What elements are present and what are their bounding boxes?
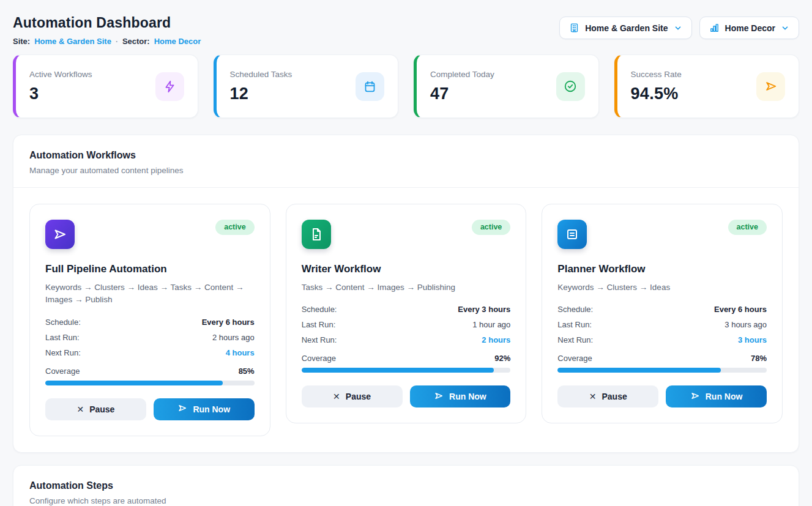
coverage-value: 85%	[239, 366, 255, 376]
workflows-section: Automation Workflows Manage your automat…	[13, 135, 799, 453]
workflows-section-header: Automation Workflows Manage your automat…	[13, 135, 799, 188]
coverage-value: 78%	[751, 354, 767, 363]
stat-card-scheduled-tasks: Scheduled Tasks 12	[214, 54, 399, 118]
schedule-label: Schedule:	[557, 305, 593, 314]
building-icon	[569, 23, 579, 33]
steps-section-header: Automation Steps Configure which steps a…	[13, 466, 799, 506]
site-label: Site:	[13, 37, 30, 46]
stat-label: Success Rate	[631, 70, 682, 79]
stat-label: Active Workflows	[29, 70, 92, 79]
send-icon	[434, 391, 444, 403]
sector-label: Sector:	[122, 37, 150, 46]
send-icon	[756, 72, 785, 101]
next-run-value: 4 hours	[226, 348, 255, 357]
last-run-label: Last Run:	[302, 320, 336, 329]
coverage-label: Coverage	[557, 354, 592, 363]
stat-label: Scheduled Tasks	[230, 70, 292, 79]
site-link[interactable]: Home & Garden Site	[34, 37, 111, 46]
sector-dropdown[interactable]: Home Decor	[699, 17, 799, 39]
stat-card-success-rate: Success Rate 94.5%	[614, 54, 800, 118]
workflow-description: Keywords → Clusters → Ideas	[557, 281, 767, 294]
workflow-title: Full Pipeline Automation	[45, 263, 255, 275]
pause-button[interactable]: ✕ Pause	[45, 398, 146, 420]
coverage-progress-fill	[45, 381, 223, 385]
run-now-button[interactable]: Run Now	[410, 385, 511, 407]
pause-button-label: Pause	[89, 404, 114, 414]
schedule-value: Every 6 hours	[202, 318, 255, 327]
coverage-progress-bar	[302, 368, 511, 373]
close-icon: ✕	[76, 404, 84, 414]
next-run-row: Next Run: 2 hours	[302, 332, 511, 348]
coverage-block: Coverage 85%	[45, 366, 255, 385]
last-run-row: Last Run: 3 hours ago	[557, 317, 767, 332]
site-dropdown-label: Home & Garden Site	[585, 23, 668, 33]
status-badge: active	[728, 220, 767, 235]
next-run-row: Next Run: 3 hours	[557, 332, 767, 348]
run-now-button-label: Run Now	[193, 404, 230, 414]
next-run-label: Next Run:	[45, 348, 81, 357]
run-now-button[interactable]: Run Now	[666, 385, 767, 407]
coverage-label: Coverage	[302, 354, 336, 363]
document-icon	[302, 220, 331, 249]
pause-button[interactable]: ✕ Pause	[302, 385, 403, 407]
calendar-icon	[356, 72, 384, 101]
coverage-block: Coverage 78%	[557, 354, 767, 373]
send-icon	[177, 403, 187, 415]
lightning-icon	[155, 72, 184, 101]
close-icon: ✕	[589, 392, 597, 401]
workflow-card-planner: active Planner Workflow Keywords → Clust…	[542, 204, 783, 423]
automation-steps-section: Automation Steps Configure which steps a…	[13, 465, 799, 506]
header-controls: Home & Garden Site Home Decor	[559, 17, 799, 39]
section-title: Automation Steps	[29, 480, 783, 491]
workflow-title: Writer Workflow	[302, 263, 511, 275]
stat-value: 12	[230, 84, 292, 103]
next-run-label: Next Run:	[557, 335, 593, 344]
last-run-label: Last Run:	[45, 333, 80, 342]
last-run-value: 3 hours ago	[724, 320, 767, 329]
coverage-progress-bar	[45, 381, 255, 385]
section-title: Automation Workflows	[29, 150, 783, 161]
chevron-down-icon	[674, 24, 682, 32]
workflow-title: Planner Workflow	[557, 263, 767, 275]
schedule-value: Every 3 hours	[458, 305, 510, 314]
status-badge: active	[472, 220, 510, 235]
schedule-value: Every 6 hours	[714, 305, 767, 314]
dot-separator: ·	[116, 37, 118, 46]
workflow-card-writer: active Writer Workflow Tasks → Content →…	[286, 204, 527, 423]
send-icon	[690, 391, 700, 403]
run-now-button[interactable]: Run Now	[154, 398, 255, 420]
site-dropdown[interactable]: Home & Garden Site	[559, 17, 691, 39]
schedule-row: Schedule: Every 3 hours	[302, 302, 511, 317]
next-run-value: 3 hours	[738, 335, 767, 344]
pause-button-label: Pause	[602, 392, 627, 401]
section-subtitle: Manage your automated content pipelines	[29, 166, 783, 175]
pause-button[interactable]: ✕ Pause	[557, 385, 658, 407]
last-run-row: Last Run: 1 hour ago	[302, 317, 511, 332]
stat-value: 94.5%	[631, 84, 682, 103]
stat-value: 47	[430, 84, 494, 103]
workflow-description: Tasks → Content → Images → Publishing	[302, 281, 511, 294]
send-icon	[45, 220, 75, 249]
coverage-block: Coverage 92%	[302, 354, 511, 373]
stats-row: Active Workflows 3 Scheduled Tasks 12 Co…	[13, 54, 799, 118]
schedule-row: Schedule: Every 6 hours	[45, 314, 255, 330]
check-circle-icon	[556, 72, 585, 101]
coverage-progress-bar	[557, 368, 767, 373]
breadcrumb: Site: Home & Garden Site · Sector: Home …	[13, 37, 201, 46]
schedule-row: Schedule: Every 6 hours	[557, 302, 767, 317]
status-badge: active	[215, 220, 254, 235]
next-run-value: 2 hours	[482, 335, 510, 344]
coverage-progress-fill	[557, 368, 720, 373]
schedule-label: Schedule:	[45, 318, 81, 327]
workflow-card-full-pipeline: active Full Pipeline Automation Keywords…	[29, 204, 270, 436]
pause-button-label: Pause	[346, 392, 371, 401]
last-run-value: 1 hour ago	[472, 320, 510, 329]
last-run-row: Last Run: 2 hours ago	[45, 330, 255, 345]
workflow-grid: active Full Pipeline Automation Keywords…	[29, 204, 783, 436]
coverage-value: 92%	[494, 354, 510, 363]
sector-link[interactable]: Home Decor	[154, 37, 201, 46]
coverage-label: Coverage	[45, 366, 80, 376]
close-icon: ✕	[333, 392, 340, 401]
page-header: Automation Dashboard Site: Home & Garden…	[13, 12, 799, 46]
last-run-value: 2 hours ago	[212, 333, 255, 342]
